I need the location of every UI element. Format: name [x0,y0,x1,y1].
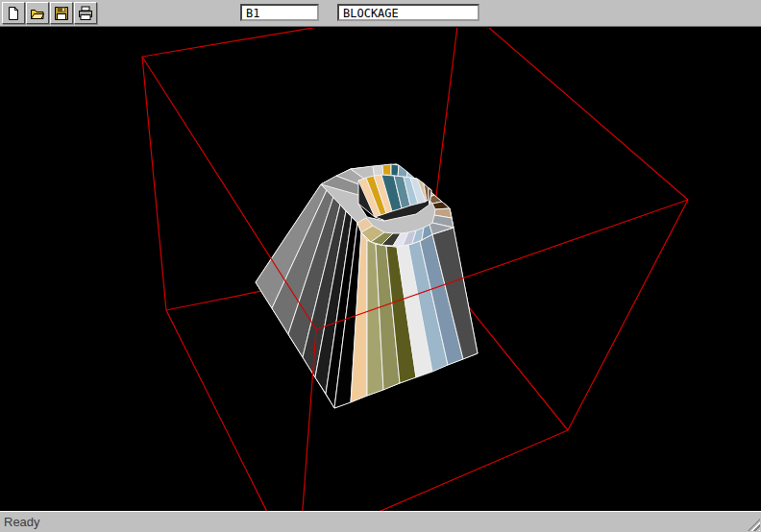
toolbar-buttons [2,2,97,24]
app-window: Ready [0,0,761,532]
wireframe-edge [142,28,460,57]
scene-canvas [0,28,761,511]
wireframe-edge [142,57,316,329]
wireframe-edge [460,28,688,200]
print-button[interactable] [74,2,97,24]
new-document-icon [6,6,21,21]
toolbar [0,0,761,27]
wireframe-edge [267,430,568,511]
print-icon [78,6,93,21]
save-icon [54,6,69,21]
open-folder-button[interactable] [26,2,49,24]
status-bar: Ready [0,511,761,532]
status-text: Ready [4,515,40,529]
viewport-3d[interactable] [0,28,761,511]
new-document-button[interactable] [2,2,25,24]
wireframe-edge [142,57,166,310]
wireframe-edge [568,200,688,430]
resize-grip-icon[interactable] [748,519,760,531]
wireframe-edge [166,310,291,511]
block-label-field[interactable] [337,4,479,21]
save-button[interactable] [50,2,73,24]
open-folder-icon [30,6,45,21]
block-id-field[interactable] [240,4,319,21]
